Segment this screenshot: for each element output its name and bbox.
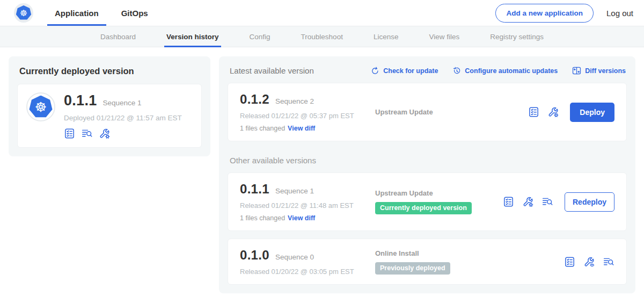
- app-kubernetes-logo-icon: ☸: [26, 92, 55, 121]
- version-sequence: Sequence 2: [275, 97, 314, 105]
- version-source-label: Upstream Update: [375, 108, 528, 116]
- tab-troubleshoot[interactable]: Troubleshoot: [301, 26, 343, 47]
- version-number: 0.1.2: [240, 92, 269, 107]
- currently-deployed-badge: Currently deployed version: [375, 202, 472, 214]
- version-card-0-1-0: 0.1.0 Sequence 0 Released 01/20/22 @ 03:…: [228, 239, 627, 285]
- tab-config[interactable]: Config: [250, 26, 270, 47]
- config-wrench-gear-icon[interactable]: [522, 196, 533, 207]
- tab-gitops[interactable]: GitOps: [114, 0, 156, 26]
- deploy-button[interactable]: Deploy: [570, 103, 614, 122]
- version-sequence: Sequence 1: [275, 187, 314, 195]
- tab-application-label: Application: [55, 9, 99, 18]
- preflight-checks-icon[interactable]: [564, 256, 575, 268]
- config-wrench-gear-icon[interactable]: [547, 106, 559, 118]
- version-number: 0.1.1: [240, 182, 269, 197]
- tab-registry-settings[interactable]: Registry settings: [490, 26, 544, 47]
- config-wrench-view-icon[interactable]: [583, 256, 595, 268]
- version-card-0-1-1: 0.1.1 Sequence 1 Released 01/21/22 @ 11:…: [228, 172, 627, 231]
- app-sub-nav: Dashboard Version history Config Trouble…: [0, 26, 644, 47]
- view-diff-link[interactable]: View diff: [288, 125, 315, 132]
- currently-deployed-panel: Currently deployed version ☸ 0.1.1 Seque…: [9, 56, 210, 156]
- add-application-button[interactable]: Add a new application: [495, 4, 594, 23]
- tab-version-history[interactable]: Version history: [166, 26, 219, 47]
- current-version-sequence: Sequence 1: [103, 99, 142, 107]
- released-timestamp: Released 01/21/22 @ 11:48 am EST: [240, 201, 375, 210]
- deploy-logs-icon[interactable]: [541, 196, 553, 207]
- version-card-0-1-2: 0.1.2 Sequence 2 Released 01/21/22 @ 05:…: [228, 83, 627, 141]
- redeploy-button[interactable]: Redeploy: [565, 192, 614, 212]
- tab-application[interactable]: Application: [47, 0, 106, 26]
- kubernetes-logo-icon: ☸: [14, 3, 33, 23]
- files-changed-label: 1 files changed: [240, 125, 285, 132]
- current-deployed-timestamp: Deployed 01/21/22 @ 11:57 am EST: [64, 114, 182, 122]
- tab-license[interactable]: License: [374, 26, 399, 47]
- previously-deployed-badge: Previously deployed: [375, 262, 450, 275]
- version-number: 0.1.0: [240, 248, 269, 263]
- version-history-panel: Latest available version Check for updat…: [219, 56, 635, 293]
- deploy-logs-icon[interactable]: [81, 128, 93, 139]
- current-version-number: 0.1.1: [64, 92, 97, 109]
- check-for-update-link[interactable]: Check for update: [371, 67, 438, 75]
- other-versions-title: Other available versions: [230, 156, 626, 165]
- tab-view-files[interactable]: View files: [429, 26, 459, 47]
- diff-versions-icon: [572, 66, 581, 75]
- diff-versions-link[interactable]: Diff versions: [572, 66, 626, 75]
- latest-available-title: Latest available version: [230, 66, 314, 75]
- version-sequence: Sequence 0: [275, 253, 314, 261]
- preflight-checks-icon[interactable]: [503, 196, 514, 207]
- schedule-update-icon: [452, 67, 461, 75]
- version-source-label: Upstream Update: [375, 189, 503, 197]
- currently-deployed-title: Currently deployed version: [19, 66, 202, 76]
- configure-automatic-updates-link[interactable]: Configure automatic updates: [452, 67, 558, 75]
- tab-gitops-label: GitOps: [121, 9, 148, 18]
- released-timestamp: Released 01/20/22 @ 03:05 pm EST: [240, 268, 375, 276]
- deploy-logs-icon[interactable]: [603, 256, 614, 268]
- config-wrench-gear-icon[interactable]: [99, 128, 110, 139]
- preflight-checks-icon[interactable]: [64, 128, 75, 139]
- released-timestamp: Released 01/21/22 @ 05:37 pm EST: [240, 112, 375, 120]
- refresh-icon: [371, 67, 379, 75]
- currently-deployed-card: ☸ 0.1.1 Sequence 1 Deployed 01/21/22 @ 1…: [17, 84, 202, 148]
- logout-button[interactable]: Log out: [606, 9, 633, 18]
- tab-dashboard[interactable]: Dashboard: [100, 26, 136, 47]
- version-source-label: Online Install: [375, 249, 564, 257]
- preflight-checks-icon[interactable]: [528, 106, 539, 118]
- view-diff-link[interactable]: View diff: [288, 214, 315, 222]
- top-nav: ☸ Application GitOps Add a new applicati…: [0, 0, 644, 26]
- files-changed-label: 1 files changed: [240, 214, 285, 222]
